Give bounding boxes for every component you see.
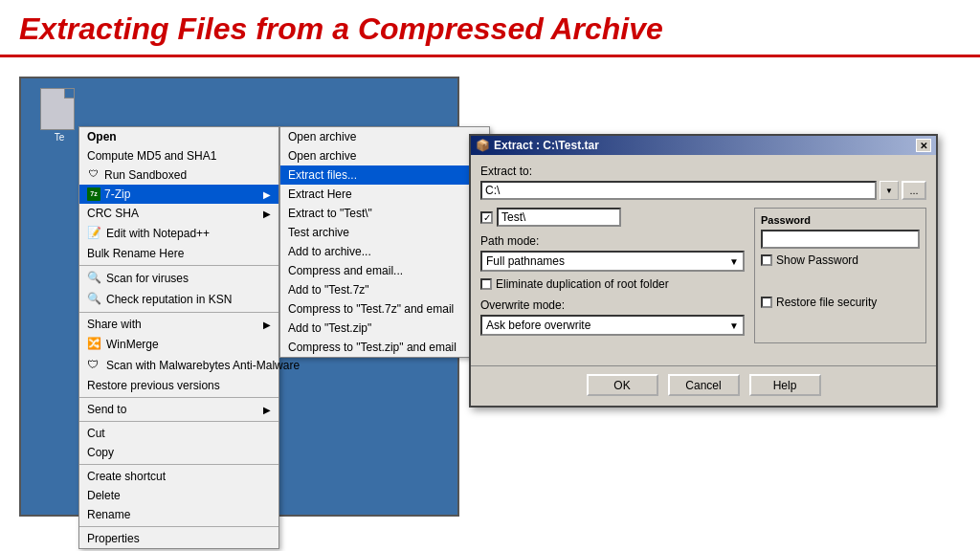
separator-4 [79,421,278,422]
sendto-arrow: ▶ [263,405,271,415]
folder-checkbox[interactable]: ✓ [480,211,493,224]
show-password-checkbox[interactable] [761,254,772,266]
separator-1 [79,265,278,266]
folder-path-input[interactable] [497,208,621,227]
pathmode-row: Path mode: Full pathnames ▼ [480,234,745,272]
winmerge-icon: 🔀 [87,337,102,352]
menu-item-delete[interactable]: Delete [79,486,278,505]
extract-to-label: Extract to: [480,165,926,178]
submenu-compress-test7z-email[interactable]: Compress to "Test.7z" and email [280,299,489,319]
dialog-icon: 📦 [476,139,490,152]
menu-item-send-to[interactable]: Send to ▶ [79,400,278,419]
show-password-row: Show Password [761,253,920,267]
menu-item-notepad[interactable]: 📝 Edit with Notepad++ [79,223,278,244]
submenu-compress-testzip-email[interactable]: Compress to "Test.zip" and email [280,338,489,357]
menu-item-restore-versions[interactable]: Restore previous versions [79,376,278,395]
menu-item-create-shortcut[interactable]: Create shortcut [79,467,278,486]
crc-arrow: ▶ [263,209,271,219]
submenu-test-archive[interactable]: Test archive [280,223,489,242]
submenu-add-to-archive[interactable]: Add to archive... [280,242,489,261]
close-button[interactable]: ✕ [916,139,931,152]
virus-icon: 🔍 [87,271,102,286]
menu-item-open[interactable]: Open [79,127,278,146]
password-input[interactable] [761,230,920,249]
path-mode-arrow: ▼ [729,256,739,267]
dialog-title-left: 📦 Extract : C:\Test.tar [476,139,599,152]
menu-item-copy[interactable]: Copy [79,443,278,462]
submenu-add-testzip[interactable]: Add to "Test.zip" [280,319,489,338]
extract-dialog: 📦 Extract : C:\Test.tar ✕ Extract to: ▼ … [469,134,938,408]
right-column: Password Show Password Restore file secu… [754,208,926,343]
overwrite-label: Overwrite mode: [480,298,745,312]
page-title: Extracting Files from a Compressed Archi… [19,11,961,47]
context-menu: Open Compute MD5 and SHA1 🛡 Run Sandboxe… [78,126,279,549]
restore-label: Restore file security [776,296,877,309]
menu-item-winmerge[interactable]: 🔀 WinMerge [79,334,278,355]
dialog-body: Extract to: ▼ ... ✓ Path mode: [471,155,936,361]
submenu-extract-to-test[interactable]: Extract to "Test\" [280,204,489,223]
left-column: ✓ Path mode: Full pathnames ▼ [480,208,745,343]
file-label: Te [40,132,78,143]
submenu-add-test7z[interactable]: Add to "Test.7z" [280,280,489,299]
file-icon: Te [40,88,78,136]
overwrite-arrow: ▼ [729,320,739,331]
browse-button[interactable]: ... [902,181,926,200]
separator-5 [79,464,278,465]
submenu-compress-email[interactable]: Compress and email... [280,261,489,280]
menu-item-malwarebytes[interactable]: 🛡 Scan with Malwarebytes Anti-Malware [79,355,278,376]
extract-to-row: ▼ ... [480,181,926,200]
dropdown-arrow[interactable]: ▼ [880,181,899,200]
menu-item-crc-sha[interactable]: CRC SHA ▶ [79,204,278,223]
path-mode-select[interactable]: Full pathnames ▼ [480,251,745,272]
eliminate-label: Eliminate duplication of root folder [496,277,669,291]
menu-item-share-with[interactable]: Share with ▶ [79,315,278,334]
7zip-icon: 7z [87,187,100,201]
overwrite-select[interactable]: Ask before overwrite ▼ [480,315,745,336]
submenu-open-archive-2[interactable]: Open archive [280,146,489,165]
separator-2 [79,312,278,313]
shield-icon: 🛡 [87,168,100,182]
menu-item-scan-viruses[interactable]: 🔍 Scan for viruses [79,268,278,289]
folder-checkbox-row: ✓ [480,208,745,227]
dialog-title: Extract : C:\Test.tar [494,139,599,152]
separator-3 [79,397,278,398]
separator-6 [79,526,278,527]
notepad-icon: 📝 [87,226,102,241]
share-arrow: ▶ [263,320,271,330]
submenu-arrow: ▶ [263,189,271,200]
menu-item-sandboxed[interactable]: 🛡 Run Sandboxed [79,165,278,185]
two-column-section: ✓ Path mode: Full pathnames ▼ [480,208,926,343]
reputation-icon: 🔍 [87,292,102,307]
menu-item-rename[interactable]: Rename [79,505,278,524]
menu-item-7zip[interactable]: 7z 7-Zip ▶ [79,185,278,204]
path-mode-value: Full pathnames [486,254,565,268]
ok-button[interactable]: OK [587,374,658,396]
help-button[interactable]: Help [749,374,821,396]
menu-item-cut[interactable]: Cut [79,424,278,443]
extract-to-input[interactable] [480,181,877,200]
title-bar: Extracting Files from a Compressed Archi… [0,0,980,57]
path-mode-label: Path mode: [480,234,745,248]
left-panel: Te Open Compute MD5 and SHA1 🛡 Run Sandb… [19,77,459,517]
dialog-titlebar: 📦 Extract : C:\Test.tar ✕ [471,136,936,155]
eliminate-row: Eliminate duplication of root folder [480,277,745,291]
restore-row: Restore file security [761,296,920,309]
submenu-open-archive-1[interactable]: Open archive [280,127,489,146]
menu-item-check-reputation[interactable]: 🔍 Check reputation in KSN [79,289,278,310]
cancel-button[interactable]: Cancel [668,374,740,396]
dialog-buttons: OK Cancel Help [471,365,936,406]
show-password-label: Show Password [776,253,858,267]
eliminate-checkbox[interactable] [480,278,492,290]
malwarebytes-icon: 🛡 [87,358,102,373]
submenu-extract-here[interactable]: Extract Here [280,185,489,204]
submenu-7zip: Open archive Open archive Extract files.… [279,126,490,358]
overwrite-section: Overwrite mode: Ask before overwrite ▼ [480,298,745,336]
menu-item-properties[interactable]: Properties [79,529,278,548]
password-label: Password [761,214,920,226]
submenu-extract-files[interactable]: Extract files... [280,165,489,185]
restore-checkbox[interactable] [761,297,772,308]
main-content: Te Open Compute MD5 and SHA1 🛡 Run Sandb… [0,57,980,536]
overwrite-value: Ask before overwrite [486,319,590,332]
menu-item-compute-md5[interactable]: Compute MD5 and SHA1 [79,146,278,165]
menu-item-bulk-rename[interactable]: Bulk Rename Here [79,244,278,263]
